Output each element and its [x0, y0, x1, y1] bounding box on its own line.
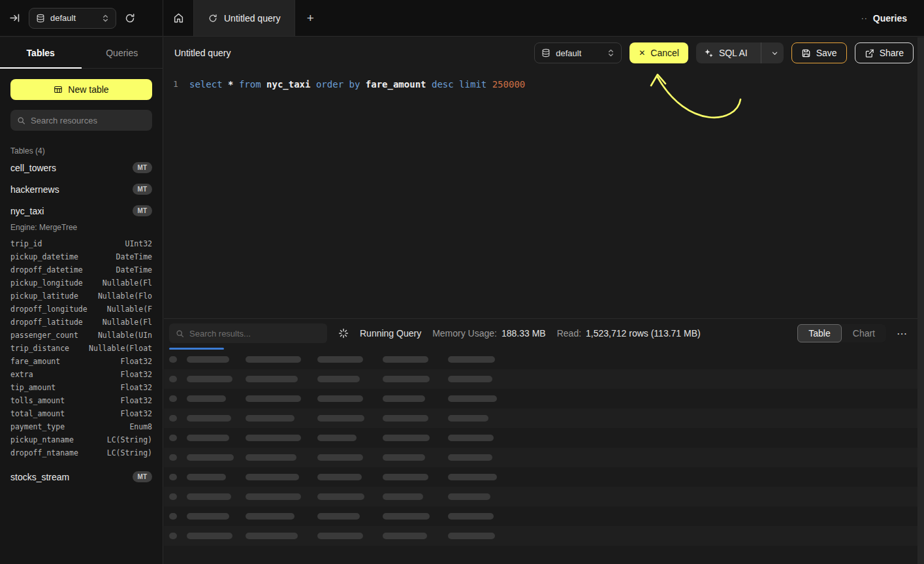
column-type: Float32: [121, 357, 152, 366]
sql-token: from: [239, 79, 261, 90]
skeleton-bar: [317, 415, 364, 422]
engine-badge: MT: [133, 162, 152, 173]
engine-badge: MT: [133, 471, 152, 482]
sql-token: [426, 79, 432, 90]
column-type: Nullable(Float: [89, 344, 152, 353]
skeleton-bar: [383, 376, 430, 382]
column-name: pickup_ntaname: [10, 435, 74, 444]
skeleton-bar: [383, 493, 423, 500]
topbar-left: default: [0, 0, 163, 36]
column-name: tolls_amount: [10, 396, 65, 405]
chevron-down-icon[interactable]: [767, 42, 784, 63]
sql-ai-main[interactable]: SQL AI: [696, 42, 756, 63]
column-type: LC(String): [107, 448, 152, 457]
engine-label: Engine: MergeTree: [10, 223, 152, 232]
skeleton-bar: [448, 533, 495, 539]
table-row-stocks_stream[interactable]: stocks_streamMT: [10, 466, 152, 488]
skeleton-bar: [169, 356, 177, 363]
memory-usage-stat: Memory Usage: 188.33 MB: [432, 328, 546, 339]
table-row-cell_towers[interactable]: cell_towersMT: [10, 157, 152, 178]
refresh-icon[interactable]: [125, 13, 135, 24]
collapse-sidebar-icon[interactable]: [9, 12, 20, 24]
column-name: dropoff_ntaname: [10, 448, 78, 457]
column-type: Float32: [121, 409, 152, 418]
sidebar-tab-queries[interactable]: Queries: [82, 37, 163, 68]
skeleton-bar: [383, 435, 430, 441]
queries-link[interactable]: Queries: [873, 13, 907, 24]
skeleton-bar: [317, 533, 363, 539]
column-row: dropoff_latitudeNullable(Fl: [10, 316, 152, 329]
skeleton-bar: [187, 376, 232, 382]
column-name: dropoff_latitude: [10, 318, 83, 327]
skeleton-bar: [246, 493, 301, 500]
sql-token: [486, 79, 492, 90]
close-icon: ✕: [639, 48, 645, 58]
column-name: pickup_longitude: [10, 278, 83, 288]
column-name: total_amount: [10, 409, 65, 418]
skeleton-bar: [169, 454, 177, 461]
skeleton-bar: [448, 454, 492, 461]
resource-search: [10, 110, 152, 131]
skeleton-bar: [169, 533, 177, 539]
sql-code[interactable]: select * from nyc_taxi order by fare_amo…: [189, 78, 525, 91]
topbar-tabstrip: Untitled query +: [163, 0, 325, 36]
view-toggle-chart[interactable]: Chart: [842, 324, 886, 342]
share-label: Share: [880, 48, 904, 58]
tab-untitled-query[interactable]: Untitled query: [193, 0, 295, 36]
sql-ai-button[interactable]: SQL AI: [696, 42, 784, 63]
save-icon: [801, 48, 811, 58]
cancel-button[interactable]: ✕ Cancel: [629, 42, 688, 63]
skeleton-bar: [187, 493, 231, 500]
skeleton-row: [164, 487, 924, 506]
skeleton-row: [164, 526, 924, 546]
skeleton-bar: [246, 415, 295, 422]
more-options-button[interactable]: ⋯: [897, 327, 907, 340]
new-table-button[interactable]: New table: [10, 79, 152, 100]
results-search-input[interactable]: [189, 329, 321, 339]
column-name: pickup_latitude: [10, 291, 78, 301]
skeleton-bar: [383, 395, 425, 402]
save-button[interactable]: Save: [791, 42, 847, 63]
skeleton-bar: [383, 533, 427, 539]
home-button[interactable]: [173, 12, 184, 24]
skeleton-bar: [317, 474, 362, 480]
share-icon: [865, 48, 874, 58]
database-selector[interactable]: default: [29, 8, 116, 29]
read-stat: Read: 1,523,712 rows (113.71 MB): [557, 328, 701, 339]
table-grid-icon: [54, 85, 63, 94]
results-skeleton: [164, 350, 924, 546]
skeleton-bar: [246, 454, 296, 461]
column-row: pickup_ntanameLC(String): [10, 433, 152, 446]
skeleton-bar: [317, 356, 363, 363]
scrollbar[interactable]: [917, 37, 924, 564]
share-button[interactable]: Share: [855, 42, 914, 63]
column-row: pickup_datetimeDateTime: [10, 250, 152, 263]
column-type: DateTime: [116, 252, 152, 261]
skeleton-bar: [448, 415, 488, 422]
column-name: fare_amount: [10, 357, 60, 366]
column-type: Nullable(UIn: [98, 331, 152, 340]
sql-editor[interactable]: 1 select * from nyc_taxi order by fare_a…: [164, 69, 924, 91]
view-toggle-table[interactable]: Table: [797, 324, 841, 342]
table-item: hackernewsMT: [10, 178, 152, 200]
column-type: Nullable(F: [107, 305, 152, 314]
tables-list: cell_towersMThackernewsMTnyc_taxiMTEngin…: [10, 157, 152, 488]
sql-token: [310, 79, 315, 90]
skeleton-row: [164, 467, 924, 487]
table-row-nyc_taxi[interactable]: nyc_taxiMT: [10, 200, 152, 222]
column-name: passenger_count: [10, 331, 78, 340]
sidebar-tab-tables[interactable]: Tables: [0, 37, 82, 68]
sidebar-tabs: Tables Queries: [0, 37, 163, 69]
skeleton-bar: [169, 376, 177, 382]
column-row: dropoff_longitudeNullable(F: [10, 303, 152, 316]
query-database-selector[interactable]: default: [534, 42, 622, 63]
column-type: Float32: [121, 396, 152, 405]
resource-search-input[interactable]: [31, 116, 146, 125]
column-row: trip_distanceNullable(Float: [10, 342, 152, 355]
table-row-hackernews[interactable]: hackernewsMT: [10, 178, 152, 200]
table-name: hackernews: [10, 184, 59, 195]
column-row: dropoff_datetimeDateTime: [10, 263, 152, 276]
cancel-label: Cancel: [650, 48, 679, 58]
skeleton-bar: [448, 493, 490, 500]
new-tab-button[interactable]: +: [295, 0, 325, 36]
